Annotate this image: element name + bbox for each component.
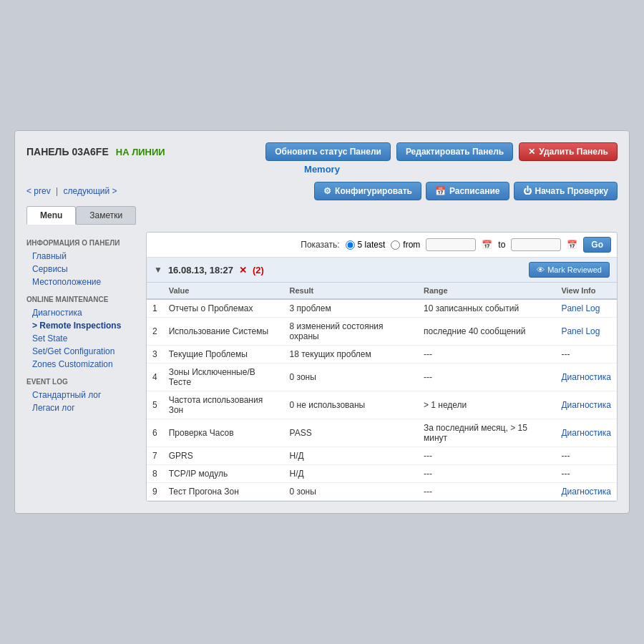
refresh-button[interactable]: Обновить статус Панели bbox=[265, 142, 391, 161]
row-value: Текущие Проблемы bbox=[163, 346, 284, 364]
content-area: ИНФОРМАЦИЯ О ПАНЕЛИ Главный Сервисы Мест… bbox=[26, 232, 618, 502]
configure-button[interactable]: ⚙ Конфигурировать bbox=[314, 182, 421, 200]
sidebar-item-set-get-config[interactable]: Set/Get Configuration bbox=[26, 345, 137, 358]
row-range: > 1 недели bbox=[418, 391, 555, 419]
start-check-button[interactable]: ⏻ Начать Проверку bbox=[514, 182, 618, 200]
tabs-row: Menu Заметки bbox=[26, 206, 618, 225]
row-range: За последний месяц, > 15 минут bbox=[418, 419, 555, 447]
gear-icon: ⚙ bbox=[323, 186, 331, 196]
row-result: 0 зоны bbox=[284, 364, 418, 391]
calendar-to-icon[interactable]: 📅 bbox=[567, 240, 577, 250]
tab-menu[interactable]: Menu bbox=[26, 206, 76, 225]
row-value: TCP/IP модуль bbox=[163, 465, 284, 483]
row-number: 6 bbox=[147, 419, 163, 447]
view-info-link[interactable]: Диагностика bbox=[561, 428, 611, 438]
radio-range: from bbox=[391, 240, 420, 250]
sidebar-item-set-state[interactable]: Set State bbox=[26, 332, 137, 345]
mark-reviewed-button[interactable]: 👁 Mark Reviewed bbox=[529, 262, 610, 278]
from-label: from bbox=[403, 240, 420, 250]
sidebar-item-legacy-log[interactable]: Легаси лог bbox=[26, 401, 137, 414]
col-header-value: Value bbox=[163, 283, 284, 299]
radio-latest-input[interactable] bbox=[346, 240, 355, 250]
inspection-date: 16.08.13, 18:27 bbox=[168, 265, 233, 275]
error-icon: ✕ bbox=[239, 265, 247, 275]
table-row: 6Проверка ЧасовPASSЗа последний месяц, >… bbox=[147, 419, 617, 447]
row-result: 8 изменений состояния охраны bbox=[284, 318, 418, 346]
row-view-info[interactable]: Диагностика bbox=[555, 364, 617, 391]
delete-button[interactable]: ✕ Удалить Панель bbox=[519, 142, 618, 161]
header-buttons: Обновить статус Панели Редактировать Пан… bbox=[265, 142, 618, 161]
row-range: последние 40 сообщений bbox=[418, 318, 555, 346]
row-number: 4 bbox=[147, 364, 163, 391]
col-header-viewinfo: View Info bbox=[555, 283, 617, 299]
next-link[interactable]: следующий > bbox=[64, 186, 117, 196]
row-result: Н/Д bbox=[284, 447, 418, 465]
table-row: 7GPRSН/Д------ bbox=[147, 447, 617, 465]
row-view-info[interactable]: Panel Log bbox=[555, 318, 617, 346]
row-range: --- bbox=[418, 447, 555, 465]
radio-range-input[interactable] bbox=[391, 240, 400, 250]
calendar-icon: 📅 bbox=[435, 186, 446, 196]
view-info-link[interactable]: Диагностика bbox=[561, 372, 611, 382]
row-view-info[interactable]: Диагностика bbox=[555, 483, 617, 501]
error-count: (2) bbox=[253, 265, 264, 275]
action-buttons: ⚙ Конфигурировать 📅 Расписание ⏻ Начать … bbox=[314, 182, 618, 200]
row-result: 0 не использованы bbox=[284, 391, 418, 419]
table-row: 5Частота использования Зон0 не использов… bbox=[147, 391, 617, 419]
calendar-from-icon[interactable]: 📅 bbox=[482, 240, 492, 250]
row-number: 5 bbox=[147, 391, 163, 419]
sidebar-item-diagnostics[interactable]: Диагностика bbox=[26, 306, 137, 319]
online-status: НА ЛИНИИ bbox=[116, 147, 165, 157]
table-row: 3Текущие Проблемы18 текущих проблем-----… bbox=[147, 346, 617, 364]
row-range: --- bbox=[418, 346, 555, 364]
row-view-info[interactable]: Panel Log bbox=[555, 299, 617, 318]
main-container: ПАНЕЛЬ 03A6FE НА ЛИНИИ Обновить статус П… bbox=[14, 130, 630, 514]
memory-label: Memory bbox=[26, 164, 618, 175]
row-value: Проверка Часов bbox=[163, 419, 284, 447]
from-date-input[interactable] bbox=[426, 238, 476, 251]
panel-id: ПАНЕЛЬ 03A6FE bbox=[26, 146, 109, 157]
row-range: --- bbox=[418, 483, 555, 501]
row-view-info[interactable]: Диагностика bbox=[555, 391, 617, 419]
table-row: 4Зоны Исключенные/В Тесте0 зоны---Диагно… bbox=[147, 364, 617, 391]
view-info-link[interactable]: Panel Log bbox=[561, 303, 600, 313]
main-panel: Показать: 5 latest from 📅 to 📅 Go bbox=[146, 232, 618, 502]
row-value: GPRS bbox=[163, 447, 284, 465]
to-date-input[interactable] bbox=[511, 238, 561, 251]
row-value: Зоны Исключенные/В Тесте bbox=[163, 364, 284, 391]
row-number: 7 bbox=[147, 447, 163, 465]
view-info-link[interactable]: Диагностика bbox=[561, 487, 611, 497]
col-header-empty bbox=[147, 283, 163, 299]
nav-links: < prev | следующий > bbox=[26, 186, 117, 196]
row-view-info[interactable]: Диагностика bbox=[555, 419, 617, 447]
sidebar-item-main[interactable]: Главный bbox=[26, 250, 137, 263]
chevron-down-icon[interactable]: ▼ bbox=[154, 265, 162, 275]
row-view-info: --- bbox=[555, 346, 617, 364]
view-info-link[interactable]: Panel Log bbox=[561, 326, 600, 336]
sidebar-item-location[interactable]: Местоположение bbox=[26, 275, 137, 288]
edit-button[interactable]: Редактировать Панель bbox=[396, 142, 513, 161]
schedule-button[interactable]: 📅 Расписание bbox=[426, 182, 509, 200]
sidebar-item-remote-inspections[interactable]: > Remote Inspections bbox=[26, 319, 137, 332]
inspection-header-left: ▼ 16.08.13, 18:27 ✕ (2) bbox=[154, 265, 264, 275]
col-header-result: Result bbox=[284, 283, 418, 299]
sidebar-item-services[interactable]: Сервисы bbox=[26, 263, 137, 275]
tab-notes[interactable]: Заметки bbox=[76, 206, 136, 225]
prev-link[interactable]: < prev bbox=[26, 186, 51, 196]
row-number: 2 bbox=[147, 318, 163, 346]
go-button[interactable]: Go bbox=[583, 237, 611, 253]
sidebar-item-zones-custom[interactable]: Zones Customization bbox=[26, 358, 137, 371]
table-row: 8TCP/IP модульН/Д------ bbox=[147, 465, 617, 483]
table-row: 1Отчеты о Проблемах3 проблем10 записанны… bbox=[147, 299, 617, 318]
eye-icon: 👁 bbox=[537, 265, 545, 274]
view-info-link[interactable]: Диагностика bbox=[561, 400, 611, 410]
table-row: 9Тест Прогона Зон0 зоны---Диагностика bbox=[147, 483, 617, 501]
col-header-range: Range bbox=[418, 283, 555, 299]
row-result: PASS bbox=[284, 419, 418, 447]
sidebar-section-eventlog: EVENT LOG bbox=[26, 378, 137, 386]
to-label: to bbox=[498, 240, 505, 250]
inspection-header: ▼ 16.08.13, 18:27 ✕ (2) 👁 Mark Reviewed bbox=[147, 258, 617, 283]
row-view-info: --- bbox=[555, 465, 617, 483]
sidebar-section-info: ИНФОРМАЦИЯ О ПАНЕЛИ bbox=[26, 239, 137, 247]
sidebar-item-standard-log[interactable]: Стандартный лог bbox=[26, 389, 137, 401]
